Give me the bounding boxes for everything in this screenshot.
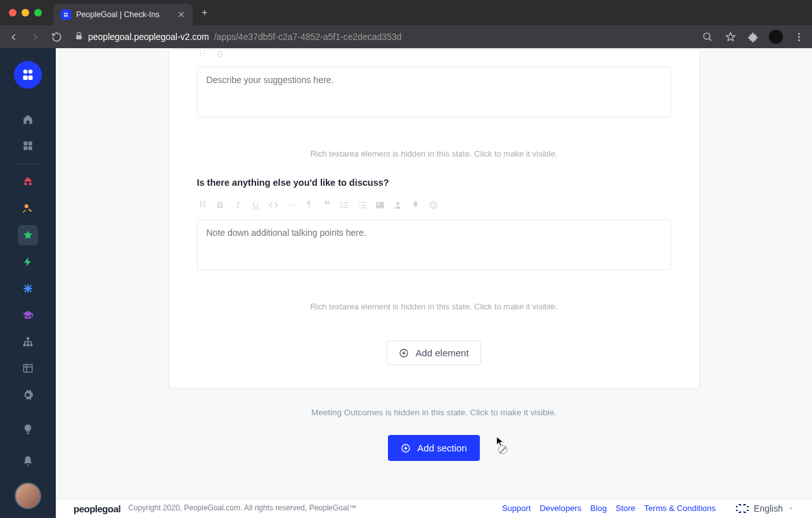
- sidebar-item-home[interactable]: [18, 109, 38, 129]
- sidebar-item-checkins[interactable]: [18, 225, 38, 245]
- sidebar-item-hierarchy[interactable]: [18, 332, 38, 352]
- svg-rect-3: [66, 15, 68, 16]
- question-label: Is there anything else you'd like to dis…: [197, 178, 671, 188]
- window-minimize-button[interactable]: [22, 9, 29, 16]
- format-underline-icon[interactable]: U: [250, 200, 262, 210]
- svg-rect-10: [23, 75, 28, 80]
- main-content: H B Rich textarea element is hidden in t…: [56, 48, 812, 518]
- footer-link-store[interactable]: Store: [615, 503, 635, 513]
- talking-points-textarea[interactable]: [197, 219, 671, 270]
- add-element-label: Add element: [415, 347, 468, 358]
- sidebar-item-user-edit[interactable]: [18, 198, 38, 219]
- hidden-element-notice[interactable]: Rich textarea element is hidden in this …: [197, 302, 671, 311]
- footer: peoplegoal Copyright 2020, PeopleGoal.co…: [56, 499, 812, 518]
- sidebar-item-table[interactable]: [18, 358, 38, 379]
- footer-link-terms[interactable]: Terms & Conditions: [644, 503, 716, 513]
- format-quote-icon[interactable]: ❝: [321, 198, 333, 212]
- window-close-button[interactable]: [9, 9, 16, 16]
- format-hr-icon[interactable]: —: [286, 200, 297, 210]
- sidebar-item-settings[interactable]: [18, 385, 38, 405]
- svg-point-38: [432, 204, 432, 204]
- svg-point-17: [27, 337, 29, 339]
- format-bold-icon[interactable]: B: [215, 49, 226, 59]
- browser-menu-button[interactable]: [792, 30, 806, 44]
- format-numbered-icon[interactable]: 123: [357, 200, 368, 210]
- format-italic-icon[interactable]: I: [233, 200, 244, 210]
- footer-link-developers[interactable]: Developers: [539, 503, 581, 513]
- svg-point-26: [340, 207, 342, 209]
- star-icon[interactable]: [723, 30, 737, 44]
- svg-rect-25: [344, 204, 349, 205]
- forward-button[interactable]: [28, 30, 42, 44]
- reload-button[interactable]: [49, 30, 63, 44]
- format-toolbar: H B I U — ¶ ❝ 123: [197, 197, 671, 219]
- svg-point-36: [396, 202, 399, 205]
- svg-point-24: [340, 204, 342, 206]
- format-paragraph-icon[interactable]: ¶: [304, 200, 315, 210]
- user-avatar[interactable]: [15, 482, 41, 509]
- sidebar-item-incognito[interactable]: [18, 172, 38, 192]
- svg-rect-23: [344, 202, 349, 203]
- svg-point-20: [30, 344, 32, 346]
- hidden-section-notice[interactable]: Meeting Outcomes is hidden in this state…: [56, 408, 812, 417]
- svg-rect-11: [29, 75, 33, 80]
- svg-point-19: [27, 344, 29, 346]
- language-selector[interactable]: English: [736, 503, 794, 514]
- svg-point-9: [29, 70, 33, 74]
- svg-point-1: [66, 13, 68, 15]
- format-emoji-icon[interactable]: [428, 200, 439, 210]
- browser-tab[interactable]: PeopleGoal | Check-Ins ✕: [53, 4, 193, 25]
- format-mention-icon[interactable]: [392, 200, 404, 210]
- add-section-label: Add section: [417, 443, 467, 453]
- format-heading-icon[interactable]: H: [197, 200, 209, 210]
- suggestions-textarea[interactable]: [197, 67, 671, 117]
- browser-profile-avatar[interactable]: [769, 30, 783, 44]
- add-element-button[interactable]: Add element: [387, 340, 480, 365]
- format-heading-icon[interactable]: H: [197, 49, 209, 59]
- footer-link-support[interactable]: Support: [502, 503, 531, 513]
- sidebar-item-graduation[interactable]: [18, 305, 38, 325]
- svg-rect-13: [29, 141, 32, 145]
- sidebar-item-apps[interactable]: [18, 136, 38, 156]
- format-code-icon[interactable]: [268, 200, 280, 210]
- svg-rect-33: [361, 207, 366, 208]
- sidebar-item-notifications[interactable]: [18, 451, 38, 471]
- window-maximize-button[interactable]: [34, 9, 42, 16]
- chevron-down-icon: [788, 505, 794, 512]
- lock-icon: [75, 32, 83, 42]
- svg-point-0: [64, 13, 66, 15]
- svg-point-4: [704, 33, 710, 39]
- back-button[interactable]: [6, 30, 20, 44]
- sidebar-item-bolt[interactable]: [18, 252, 38, 272]
- format-bold-icon[interactable]: B: [215, 200, 226, 210]
- footer-link-blog[interactable]: Blog: [590, 503, 607, 513]
- hidden-element-notice[interactable]: Rich textarea element is hidden in this …: [197, 149, 671, 159]
- format-image-icon[interactable]: [375, 200, 386, 210]
- sidebar-item-lightbulb[interactable]: [18, 419, 38, 439]
- sidebar-item-asterisk[interactable]: [18, 278, 38, 299]
- url-field[interactable]: peoplegoal.peoplegoal-v2.com/apps/4e37db…: [71, 32, 693, 42]
- browser-tab-bar: PeopleGoal | Check-Ins ✕ +: [0, 0, 812, 25]
- add-section-button[interactable]: Add section: [388, 435, 479, 461]
- extensions-icon[interactable]: [746, 30, 760, 44]
- svg-point-5: [798, 33, 800, 35]
- svg-rect-14: [23, 146, 27, 150]
- format-bullets-icon[interactable]: [339, 200, 351, 210]
- format-attachment-icon[interactable]: [410, 200, 422, 210]
- svg-point-16: [25, 204, 29, 208]
- svg-point-18: [23, 344, 25, 346]
- svg-rect-15: [29, 146, 32, 150]
- svg-rect-34: [376, 202, 384, 208]
- tab-title: PeopleGoal | Check-Ins: [76, 10, 172, 19]
- svg-rect-31: [361, 204, 366, 205]
- new-tab-button[interactable]: +: [202, 7, 207, 18]
- svg-rect-12: [23, 141, 27, 145]
- svg-point-37: [430, 201, 437, 208]
- svg-rect-29: [361, 202, 366, 202]
- sidebar-logo[interactable]: [14, 61, 42, 89]
- footer-copyright: Copyright 2020, PeopleGoal.com. All righ…: [128, 503, 356, 512]
- tab-close-button[interactable]: ✕: [177, 10, 185, 20]
- svg-point-22: [340, 202, 342, 204]
- zoom-icon[interactable]: [700, 30, 714, 44]
- svg-rect-21: [23, 365, 32, 372]
